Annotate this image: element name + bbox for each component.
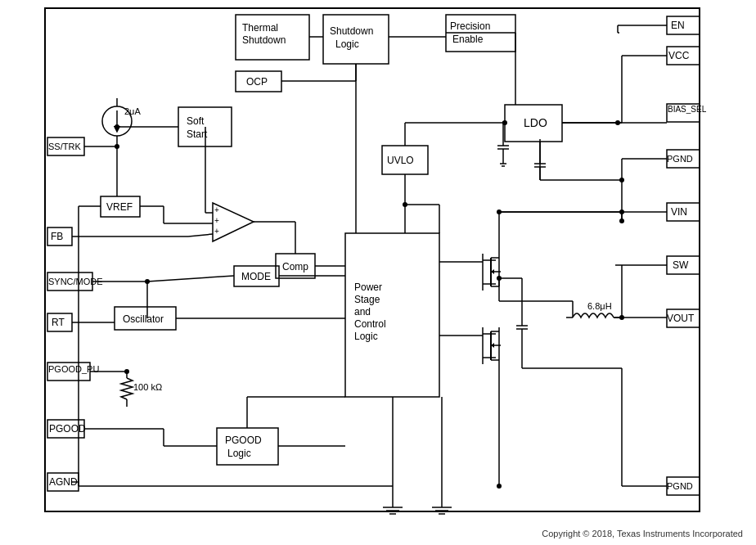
pin-ss-trk: SS/TRK — [48, 142, 81, 151]
current-source-label: 2μA — [124, 106, 141, 116]
comp-label: Comp — [282, 261, 308, 272]
power-stage-label2: Stage — [354, 294, 380, 305]
svg-point-147 — [124, 369, 129, 374]
pin-pgnd-bot: PGND — [667, 481, 693, 491]
svg-point-164 — [497, 276, 502, 281]
pin-pgood: PGOOD — [49, 423, 86, 435]
pin-pgood-pu: PGOOD_PU — [48, 364, 99, 374]
pin-rt: RT — [52, 317, 65, 328]
uvlo-label: UVLO — [387, 155, 414, 166]
ldo-label: LDO — [524, 116, 547, 129]
svg-point-159 — [497, 209, 502, 214]
opamp-plus2: + — [214, 216, 219, 225]
shutdown-logic-label2: Logic — [335, 38, 359, 50]
pin-vout: VOUT — [667, 313, 695, 324]
power-stage-label: Power — [354, 282, 382, 293]
ocp-label: OCP — [246, 76, 268, 88]
pin-bias-sel: BIAS_SEL — [668, 105, 707, 114]
pin-en: EN — [671, 20, 685, 31]
svg-line-139 — [147, 276, 234, 282]
pgood-logic-label: PGOOD — [225, 435, 262, 446]
thermal-shutdown-label2: Shutdown — [242, 34, 286, 46]
thermal-shutdown-label: Thermal — [242, 22, 278, 34]
svg-point-90 — [615, 120, 620, 125]
svg-point-126 — [115, 124, 119, 129]
inductor-label: 6.8μH — [587, 301, 612, 311]
pin-sw: SW — [673, 259, 689, 271]
pin-pgnd-top: PGND — [667, 154, 693, 164]
pgood-logic-label2: Logic — [227, 448, 251, 459]
svg-point-156 — [403, 202, 407, 207]
opamp-plus1: + — [214, 205, 219, 214]
mode-label: MODE — [241, 271, 271, 282]
oscillator-label: Oscillator — [123, 313, 164, 325]
copyright-text: Copyright © 2018, Texas Instruments Inco… — [542, 529, 743, 538]
vref-label: VREF — [106, 201, 133, 213]
soft-start-label2: Start — [187, 128, 208, 140]
resistor-label: 100 kΩ — [133, 382, 162, 392]
svg-rect-28 — [217, 428, 278, 465]
shutdown-logic-label: Shutdown — [330, 25, 373, 37]
svg-rect-0 — [45, 8, 700, 511]
precision-enable-label2: Enable — [452, 34, 484, 45]
svg-point-108 — [619, 315, 624, 320]
precision-enable-label: Precision — [450, 20, 490, 32]
svg-point-169 — [497, 484, 502, 489]
pin-vcc: VCC — [668, 50, 690, 61]
svg-line-134 — [188, 234, 213, 236]
svg-point-112 — [619, 218, 624, 223]
pin-fb: FB — [51, 231, 63, 242]
soft-start-label: Soft — [187, 115, 205, 127]
power-stage-label4: Control — [354, 318, 386, 330]
power-stage-label5: Logic — [354, 331, 378, 342]
svg-point-94 — [502, 120, 507, 125]
opamp-plus3: + — [214, 227, 219, 236]
diagram-container: EN VCC BIAS_SEL PGND VIN SW VOUT PGND SS… — [0, 0, 756, 545]
svg-point-99 — [619, 178, 624, 182]
pin-vin: VIN — [671, 206, 687, 218]
power-stage-label3: and — [354, 306, 371, 318]
